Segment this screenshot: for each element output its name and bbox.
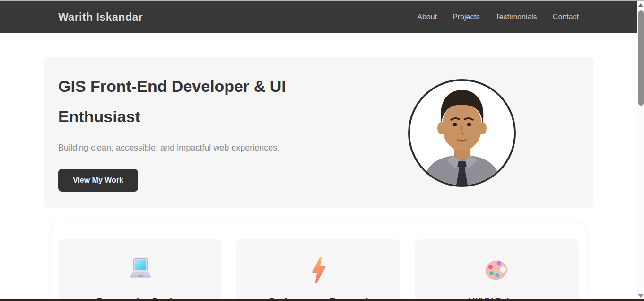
scrollbar-thumb[interactable] (638, 10, 644, 106)
laptop-icon (58, 257, 222, 284)
hero-section: GIS Front-End Developer & UIEnthusiast B… (44, 57, 593, 208)
nav-link-contact[interactable]: Contact (553, 13, 579, 21)
window-bottom-edge (0, 299, 644, 301)
palette-icon (415, 257, 579, 284)
portfolio-page: Warith Iskandar About Projects Testimoni… (0, 1, 637, 299)
browser-viewport: Warith Iskandar About Projects Testimoni… (0, 0, 644, 301)
view-my-work-button[interactable]: View My Work (58, 169, 138, 192)
vertical-scrollbar[interactable] (637, 1, 644, 299)
nav-link-about[interactable]: About (417, 13, 437, 21)
scrollbar-up-arrow-icon[interactable] (638, 3, 643, 7)
hero-subheading: Building clean, accessible, and impactfu… (58, 143, 361, 153)
nav-links: About Projects Testimonials Contact (417, 13, 579, 21)
features-section: Responsive Design Performance Focused (51, 223, 586, 299)
portrait-illustration (410, 81, 514, 185)
site-brand: Warith Iskandar (58, 11, 143, 24)
feature-card-responsive-design: Responsive Design (58, 239, 222, 299)
nav-link-projects[interactable]: Projects (453, 13, 480, 21)
feature-card-uiux: UI/UX Driven (415, 239, 579, 299)
nav-link-testimonials[interactable]: Testimonials (496, 13, 537, 21)
feature-card-performance: Performance Focused (236, 239, 400, 299)
lightning-icon (236, 257, 400, 284)
hero-text-block: GIS Front-End Developer & UIEnthusiast B… (58, 71, 361, 192)
window-top-edge (0, 0, 644, 1)
top-navbar: Warith Iskandar About Projects Testimoni… (0, 1, 637, 33)
hero-heading-line1: GIS Front-End Developer & UI (58, 77, 286, 95)
hero-heading-line2: Enthusiast (58, 107, 140, 125)
profile-photo (408, 79, 516, 187)
hero-heading: GIS Front-End Developer & UIEnthusiast (58, 71, 361, 132)
scrollbar-down-arrow-icon[interactable] (638, 294, 644, 298)
